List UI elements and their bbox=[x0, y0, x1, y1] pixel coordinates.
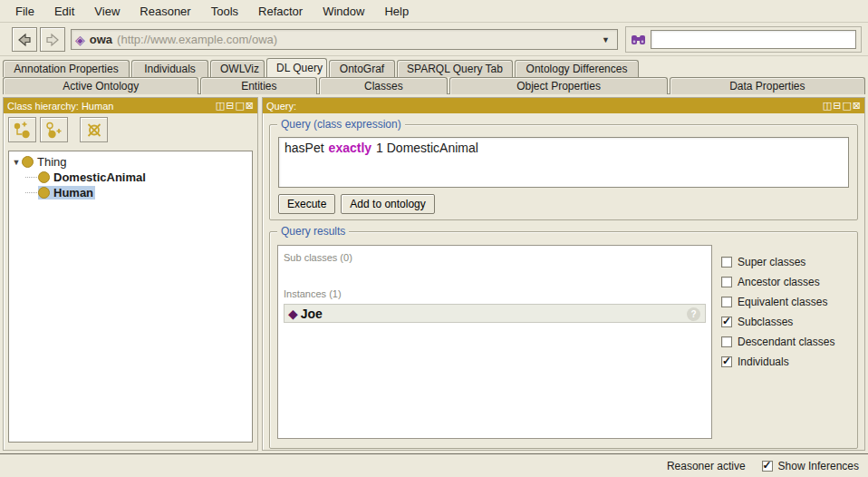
tab-individuals[interactable]: Individuals bbox=[131, 60, 208, 77]
tree-row-human[interactable]: Human bbox=[11, 185, 250, 200]
option-label: Ancestor classes bbox=[738, 276, 820, 288]
checkbox[interactable] bbox=[721, 297, 732, 307]
tab-ontology-differences[interactable]: Ontology Differences bbox=[515, 60, 639, 77]
option-subclasses[interactable]: Subclasses bbox=[721, 316, 850, 328]
checkbox[interactable] bbox=[721, 356, 732, 367]
tab-row-2: Active Ontology Entities Classes Object … bbox=[3, 77, 865, 94]
query-options: Super classes Ancestor classes Equivalen… bbox=[712, 245, 854, 439]
option-label: Individuals bbox=[738, 355, 789, 368]
option-individuals[interactable]: Individuals bbox=[721, 355, 850, 368]
query-panel-title: Query: bbox=[266, 101, 296, 112]
tab-entities[interactable]: Entities bbox=[200, 77, 317, 94]
forward-button[interactable] bbox=[40, 27, 65, 52]
query-panel: Query: ◫ ⊟ □ ⊠ Query (class expression) … bbox=[262, 97, 865, 451]
tab-object-properties[interactable]: Object Properties bbox=[449, 77, 667, 94]
close-icon[interactable]: ⊠ bbox=[853, 101, 861, 111]
split-horizontally-icon[interactable]: ⊟ bbox=[833, 101, 841, 111]
tab-classes[interactable]: Classes bbox=[319, 77, 448, 94]
option-super-classes[interactable]: Super classes bbox=[721, 256, 850, 268]
ontology-iri: (http://www.example.com/owa) bbox=[117, 33, 277, 46]
search-binoculars-icon bbox=[631, 33, 646, 47]
option-label: Super classes bbox=[738, 256, 805, 268]
menu-reasoner[interactable]: Reasoner bbox=[130, 2, 200, 21]
active-ontology-selector[interactable]: ◈ owa (http://www.example.com/owa) ▼ bbox=[71, 29, 618, 50]
tree-row-thing[interactable]: ▼ Thing bbox=[11, 154, 250, 170]
menu-view[interactable]: View bbox=[84, 2, 130, 21]
back-arrow-icon bbox=[16, 33, 33, 47]
option-label: Equivalent classes bbox=[738, 296, 827, 308]
tab-row-1: Annotation Properties Individuals OWLViz… bbox=[3, 58, 865, 77]
option-equivalent-classes[interactable]: Equivalent classes bbox=[721, 296, 850, 308]
checkbox[interactable] bbox=[762, 461, 773, 472]
ontology-icon: ◈ bbox=[75, 34, 85, 46]
menu-edit[interactable]: Edit bbox=[44, 2, 84, 21]
add-sibling-class-button[interactable] bbox=[40, 117, 68, 142]
class-tree[interactable]: ▼ Thing DomesticAnimal Human bbox=[8, 151, 253, 443]
tab-data-properties[interactable]: Data Properties bbox=[670, 77, 865, 94]
split-horizontally-icon[interactable]: ⊟ bbox=[226, 101, 234, 111]
query-expression-input[interactable]: hasPetexactly1 DomesticAnimal bbox=[278, 137, 849, 188]
delete-class-button[interactable] bbox=[80, 117, 108, 142]
checkbox[interactable] bbox=[721, 257, 732, 268]
query-buttons-row: Execute Add to ontology bbox=[278, 194, 849, 214]
option-descendant-classes[interactable]: Descendant classes bbox=[721, 336, 850, 348]
tab-owlviz[interactable]: OWLViz bbox=[210, 60, 265, 77]
class-hierarchy-toolbar bbox=[4, 113, 257, 146]
tab-ontograf[interactable]: OntoGraf bbox=[329, 60, 395, 77]
show-inferences-toggle[interactable]: Show Inferences bbox=[762, 460, 859, 472]
combo-dropdown-icon[interactable]: ▼ bbox=[598, 34, 613, 46]
class-hierarchy-title: Class hierarchy: Human bbox=[7, 101, 113, 112]
tree-row-domesticanimal[interactable]: DomesticAnimal bbox=[11, 170, 250, 185]
expression-text: hasPet bbox=[285, 141, 324, 155]
class-hierarchy-panel: Class hierarchy: Human ◫ ⊟ □ ⊠ bbox=[3, 97, 258, 451]
tree-label-thing: Thing bbox=[35, 155, 69, 169]
query-results-group: Query results Sub classes (0) Instances … bbox=[269, 231, 858, 449]
option-label: Descendant classes bbox=[738, 336, 834, 348]
tab-dl-query[interactable]: DL Query bbox=[266, 58, 327, 77]
result-label: Joe bbox=[301, 307, 323, 321]
expression-text: 1 DomesticAnimal bbox=[376, 141, 478, 155]
tab-annotation-properties[interactable]: Annotation Properties bbox=[3, 60, 130, 77]
execute-button[interactable]: Execute bbox=[278, 194, 335, 214]
class-hierarchy-header[interactable]: Class hierarchy: Human ◫ ⊟ □ ⊠ bbox=[4, 98, 257, 113]
window-controls: ◫ ⊟ □ ⊠ bbox=[823, 101, 861, 111]
float-icon[interactable]: □ bbox=[842, 101, 851, 111]
search-input[interactable] bbox=[651, 30, 856, 49]
individual-icon: ◆ bbox=[288, 307, 298, 320]
tree-label-human: Human bbox=[52, 186, 95, 200]
close-icon[interactable]: ⊠ bbox=[246, 101, 254, 111]
split-vertically-icon[interactable]: ◫ bbox=[823, 101, 832, 111]
checkbox[interactable] bbox=[721, 316, 732, 327]
class-icon bbox=[22, 156, 34, 168]
menu-refactor[interactable]: Refactor bbox=[248, 2, 313, 21]
tab-active-ontology[interactable]: Active Ontology bbox=[3, 77, 198, 94]
tree-label-domesticanimal: DomesticAnimal bbox=[52, 170, 148, 184]
checkbox[interactable] bbox=[721, 277, 732, 287]
expression-keyword: exactly bbox=[329, 141, 371, 155]
back-button[interactable] bbox=[12, 27, 37, 52]
class-icon bbox=[38, 171, 50, 183]
menu-file[interactable]: File bbox=[5, 2, 44, 21]
expander-icon[interactable]: ▼ bbox=[11, 158, 22, 167]
query-results-group-title: Query results bbox=[277, 225, 349, 238]
delete-class-icon bbox=[85, 122, 103, 139]
main-toolbar: ◈ owa (http://www.example.com/owa) ▼ bbox=[0, 24, 868, 56]
add-subclass-button[interactable] bbox=[8, 117, 36, 142]
menu-tools[interactable]: Tools bbox=[201, 2, 248, 21]
subclasses-section-header: Sub classes (0) bbox=[284, 252, 706, 263]
explain-inference-button[interactable]: ? bbox=[687, 307, 700, 321]
class-icon bbox=[38, 187, 50, 199]
protege-window: { "menu": { "items": ["File", "Edit", "V… bbox=[0, 0, 868, 477]
add-to-ontology-button[interactable]: Add to ontology bbox=[341, 194, 434, 214]
float-icon[interactable]: □ bbox=[235, 101, 244, 111]
tab-sparql-query[interactable]: SPARQL Query Tab bbox=[397, 60, 513, 77]
query-expression-group-title: Query (class expression) bbox=[277, 118, 405, 131]
query-results-list[interactable]: Sub classes (0) Instances (1) ◆ Joe ? bbox=[277, 245, 712, 439]
menu-window[interactable]: Window bbox=[313, 2, 374, 21]
result-row-joe[interactable]: ◆ Joe ? bbox=[284, 304, 706, 323]
option-ancestor-classes[interactable]: Ancestor classes bbox=[721, 276, 850, 288]
query-panel-header[interactable]: Query: ◫ ⊟ □ ⊠ bbox=[263, 98, 864, 113]
split-vertically-icon[interactable]: ◫ bbox=[216, 101, 225, 111]
menu-help[interactable]: Help bbox=[374, 2, 419, 21]
checkbox[interactable] bbox=[721, 336, 732, 347]
